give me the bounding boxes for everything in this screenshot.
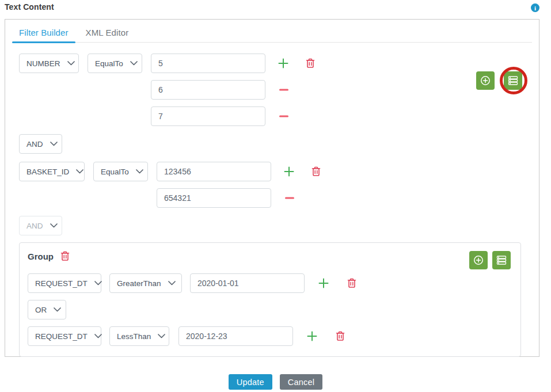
circle-plus-icon <box>473 255 484 265</box>
add-value-button[interactable] <box>284 166 294 177</box>
page-header: Text Content i <box>0 0 551 17</box>
trash-icon <box>311 166 321 177</box>
tab-filter-builder[interactable]: Filter Builder <box>12 25 75 42</box>
minus-icon <box>279 115 288 117</box>
chevron-down-icon <box>50 223 58 228</box>
update-button[interactable]: Update <box>229 374 272 390</box>
conjunction-row: AND <box>19 216 532 235</box>
delete-rule-button[interactable] <box>347 278 356 288</box>
value-input[interactable] <box>151 80 265 100</box>
value-input[interactable] <box>178 326 293 346</box>
dialog-footer: Update Cancel <box>0 374 551 390</box>
chevron-down-icon <box>50 142 58 146</box>
operator-select[interactable]: LessThan <box>109 326 169 346</box>
plus-icon <box>318 278 329 288</box>
field-select[interactable]: NUMBER <box>19 54 79 73</box>
chevron-down-icon <box>136 169 143 174</box>
value-input[interactable] <box>157 162 271 181</box>
add-filter-button[interactable] <box>476 71 495 90</box>
conjunction-row: OR <box>28 300 512 319</box>
minus-icon <box>279 89 288 91</box>
filter-builder-content: NUMBER EqualTo <box>5 43 539 357</box>
filter-group: Group REQUEST_DT Gr <box>19 242 521 357</box>
operator-select-value: EqualTo <box>101 168 129 176</box>
trash-icon <box>347 278 356 288</box>
operator-select[interactable]: EqualTo <box>93 162 148 181</box>
operator-select[interactable]: GreaterThan <box>109 273 182 293</box>
conjunction-select-value: OR <box>35 306 47 314</box>
remove-value-button[interactable] <box>279 89 288 91</box>
plus-icon <box>284 166 294 177</box>
tab-xml-editor[interactable]: XML Editor <box>79 25 136 42</box>
delete-rule-button[interactable] <box>306 58 315 68</box>
chevron-down-icon <box>67 61 75 66</box>
chevron-down-icon <box>94 281 102 286</box>
minus-icon <box>285 197 294 199</box>
remove-value-button[interactable] <box>285 197 294 199</box>
plus-icon <box>278 58 288 68</box>
conjunction-select-value: AND <box>26 140 43 149</box>
field-select-value: NUMBER <box>26 59 60 68</box>
value-input[interactable] <box>190 273 305 293</box>
group-list-icon <box>496 255 507 265</box>
chevron-down-icon <box>168 281 176 286</box>
filter-value-row <box>19 188 532 208</box>
group-add-filter-button[interactable] <box>469 251 488 269</box>
value-input[interactable] <box>151 54 265 73</box>
delete-group-button[interactable] <box>60 251 70 261</box>
field-select[interactable]: BASKET_ID <box>19 162 85 181</box>
chevron-down-icon <box>94 334 102 338</box>
group-add-group-button[interactable] <box>492 251 511 269</box>
filter-rule-row: BASKET_ID EqualTo <box>19 162 532 181</box>
field-select-value: BASKET_ID <box>26 168 69 176</box>
conjunction-select-disabled: AND <box>19 216 62 235</box>
operator-select-value: EqualTo <box>95 59 123 68</box>
operator-select[interactable]: EqualTo <box>88 54 142 73</box>
value-input[interactable] <box>151 106 265 126</box>
group-header: Group <box>28 251 512 261</box>
add-group-button[interactable] <box>504 71 522 90</box>
add-value-button[interactable] <box>278 58 288 68</box>
chevron-down-icon <box>54 307 61 312</box>
operator-select-value: GreaterThan <box>117 279 161 288</box>
group-list-icon <box>508 75 518 86</box>
page-title: Text Content <box>5 2 54 12</box>
group-label: Group <box>28 252 54 261</box>
add-value-button[interactable] <box>307 331 317 341</box>
filter-value-row <box>19 80 532 100</box>
field-select-value: REQUEST_DT <box>35 279 88 288</box>
trash-icon <box>336 331 345 341</box>
operator-select-value: LessThan <box>117 332 151 341</box>
value-input[interactable] <box>157 188 271 208</box>
field-select[interactable]: REQUEST_DT <box>28 326 101 346</box>
info-icon[interactable]: i <box>531 3 539 12</box>
remove-value-button[interactable] <box>279 115 288 117</box>
cancel-button[interactable]: Cancel <box>280 374 322 390</box>
trash-icon <box>60 251 70 261</box>
filter-rule-row: REQUEST_DT GreaterThan <box>28 273 512 293</box>
chevron-down-icon <box>130 61 138 66</box>
conjunction-select[interactable]: OR <box>28 300 66 319</box>
circle-plus-icon <box>480 75 491 86</box>
filter-value-row <box>19 106 532 126</box>
builder-actions <box>476 71 522 90</box>
conjunction-row: AND <box>19 134 532 154</box>
trash-icon <box>306 58 315 68</box>
filter-rule-row: NUMBER EqualTo <box>19 54 532 73</box>
delete-rule-button[interactable] <box>311 166 321 177</box>
conjunction-select[interactable]: AND <box>19 134 62 154</box>
field-select-value: REQUEST_DT <box>35 332 88 341</box>
plus-icon <box>307 331 317 341</box>
conjunction-select-value: AND <box>26 222 43 230</box>
filter-dialog-panel: Filter Builder XML Editor NUMBER EqualTo <box>5 19 539 357</box>
group-actions <box>469 251 511 269</box>
filter-rule-row: REQUEST_DT LessThan <box>28 326 512 346</box>
field-select[interactable]: REQUEST_DT <box>28 273 101 293</box>
add-value-button[interactable] <box>318 278 329 288</box>
chevron-down-icon <box>76 169 83 174</box>
chevron-down-icon <box>158 334 165 338</box>
delete-rule-button[interactable] <box>336 331 345 341</box>
tab-bar: Filter Builder XML Editor <box>12 20 532 43</box>
